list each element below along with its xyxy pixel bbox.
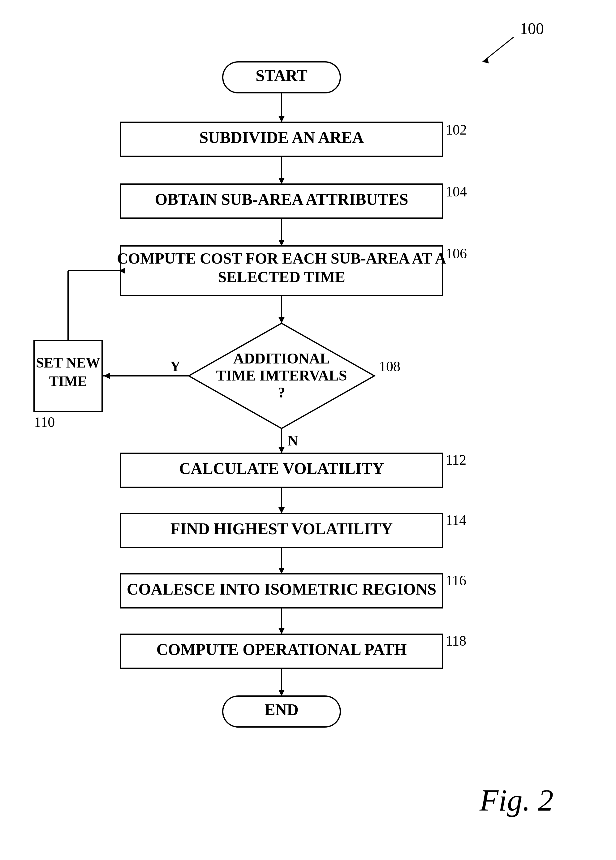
svg-marker-8 bbox=[278, 240, 284, 246]
step102-label: SUBDIVIDE AN AREA bbox=[199, 129, 364, 146]
step110-label-line2: TIME bbox=[49, 374, 87, 389]
svg-marker-12 bbox=[104, 373, 110, 379]
step104-label: OBTAIN SUB-AREA ATTRIBUTES bbox=[155, 191, 409, 208]
step110-ref: 110 bbox=[34, 414, 55, 430]
diagram-ref: 100 bbox=[520, 20, 544, 38]
start-label: START bbox=[256, 67, 308, 85]
svg-marker-10 bbox=[278, 317, 284, 323]
step114-label: FIND HIGHEST VOLATILITY bbox=[170, 520, 393, 538]
svg-marker-21 bbox=[278, 568, 284, 574]
step106-ref: 106 bbox=[446, 246, 467, 261]
step116-label: COALESCE INTO ISOMETRIC REGIONS bbox=[127, 580, 436, 598]
step116-ref: 116 bbox=[446, 573, 466, 589]
svg-marker-19 bbox=[278, 507, 284, 513]
svg-marker-6 bbox=[278, 178, 284, 184]
step112-label: CALCULATE VOLATILITY bbox=[179, 460, 384, 477]
n-label: N bbox=[288, 433, 298, 449]
step112-ref: 112 bbox=[446, 452, 466, 468]
svg-marker-17 bbox=[278, 447, 284, 453]
step108-label-line1: ADDITIONAL bbox=[233, 350, 330, 367]
step102-ref: 102 bbox=[446, 122, 467, 138]
svg-marker-23 bbox=[278, 628, 284, 634]
step108-ref: 108 bbox=[379, 359, 400, 374]
y-label: Y bbox=[170, 359, 181, 374]
step104-ref: 104 bbox=[446, 184, 467, 199]
step118-ref: 118 bbox=[446, 633, 466, 649]
step118-label: COMPUTE OPERATIONAL PATH bbox=[157, 641, 407, 658]
step108-label-line2: TIME IMTERVALS bbox=[216, 367, 347, 384]
svg-marker-3 bbox=[278, 116, 284, 122]
step110-label-line1: SET NEW bbox=[36, 355, 100, 370]
svg-marker-25 bbox=[278, 690, 284, 696]
figure-label: Fig. 2 bbox=[479, 783, 553, 817]
flowchart-diagram: 100 START SUBDIVIDE AN AREA 102 OBTAIN S… bbox=[0, 0, 616, 860]
end-label: END bbox=[264, 701, 299, 719]
step106-label-line2: SELECTED TIME bbox=[218, 268, 345, 286]
step114-ref: 114 bbox=[446, 512, 466, 528]
step106-label-line1: COMPUTE COST FOR EACH SUB-AREA AT A bbox=[117, 250, 446, 267]
step108-label-line3: ? bbox=[278, 384, 285, 400]
